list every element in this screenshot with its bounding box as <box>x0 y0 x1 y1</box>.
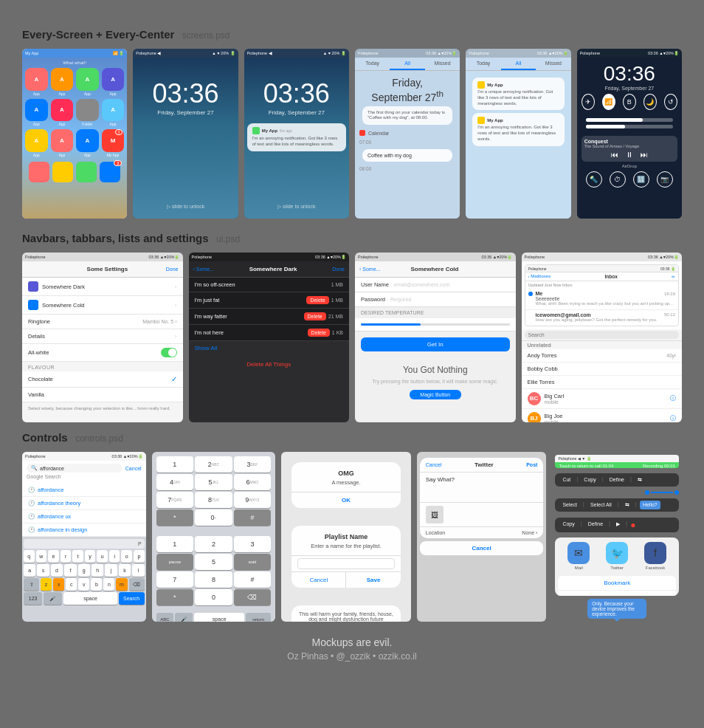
camera-btn[interactable]: 📷 <box>657 171 673 188</box>
share-mail-icon[interactable]: ✉ <box>567 542 590 564</box>
suggest-4[interactable]: 🕐affordance in design <box>22 523 146 537</box>
pin-key-star2[interactable]: * <box>156 589 194 605</box>
nc-tab-missed[interactable]: Missed <box>425 58 460 70</box>
playlist-save-btn[interactable]: Save <box>345 572 400 588</box>
password-field[interactable]: Password Required <box>355 292 516 307</box>
pin-key-7[interactable]: 7 <box>156 571 194 588</box>
key-search[interactable]: Search <box>119 592 145 605</box>
settings-item-chocolate[interactable]: Chocolate ✓ <box>22 371 183 388</box>
key-f[interactable]: f <box>64 564 76 577</box>
nc-tab-today[interactable]: Today <box>355 58 390 70</box>
wifi-btn[interactable]: 📶 <box>602 94 615 110</box>
notif-card-1[interactable]: My App I'm a unique annoying notificatio… <box>472 78 564 110</box>
num-key-hash[interactable]: # <box>234 509 272 526</box>
allwhite-switch[interactable] <box>161 348 177 357</box>
pin-key-1[interactable]: 1 <box>156 536 194 552</box>
share-twitter-icon[interactable]: 🐦 <box>606 542 628 564</box>
app-icon[interactable]: A <box>102 68 125 91</box>
share-facebook-icon[interactable]: f <box>644 542 666 564</box>
app-icon[interactable]: A <box>51 129 74 152</box>
bkey-space[interactable]: space <box>194 613 244 622</box>
dark-item-3[interactable]: I'm way fatter Delete 21 MB <box>189 309 350 325</box>
twitter-post-btn[interactable]: Post <box>526 462 537 467</box>
copy-btn[interactable]: Copy <box>581 475 598 484</box>
record-dot[interactable]: ● <box>630 520 635 530</box>
calculator-btn[interactable]: 🔢 <box>633 171 649 188</box>
recording-touch[interactable]: Touch to return to call 01:04 <box>559 464 613 468</box>
next-btn[interactable]: ⏭ <box>641 151 648 159</box>
settings-item-somewhere-cold[interactable]: Somewhere Cold › <box>22 296 183 315</box>
key-space[interactable]: space <box>63 592 117 605</box>
key-b[interactable]: b <box>91 578 102 591</box>
multi-tab-all[interactable]: All <box>501 58 536 70</box>
notification-card[interactable]: My App 6m ago I'm an annoying notificati… <box>247 123 346 151</box>
num-key-0[interactable]: 0+ <box>195 509 232 526</box>
pin-key-3[interactable]: 3 <box>234 536 272 552</box>
key-g[interactable]: g <box>78 564 90 577</box>
info-icon-big-joe[interactable]: ⓘ <box>670 414 676 422</box>
app-icon[interactable]: A <box>76 129 99 152</box>
num-key-7[interactable]: 7PQRS <box>156 492 194 508</box>
contact-bobby[interactable]: Bobby Cobb <box>522 363 683 376</box>
key-123[interactable]: 123 <box>24 592 42 605</box>
dock-icon[interactable]: 2 <box>100 162 120 182</box>
bkey-abc[interactable]: ABC <box>156 613 174 622</box>
multi-tab-missed[interactable]: Missed <box>536 58 570 70</box>
pin-key-wait[interactable]: wait <box>234 554 272 570</box>
sub-compose[interactable]: ✏ <box>672 274 675 279</box>
rotation-btn[interactable]: ↺ <box>664 94 677 110</box>
app-icon[interactable]: A <box>76 68 99 91</box>
pin-key-8[interactable]: 8 <box>195 571 232 588</box>
location-value[interactable]: None › <box>522 530 537 535</box>
key-p[interactable]: p <box>134 550 145 563</box>
pin-key-delete[interactable]: ⌫ <box>234 589 272 605</box>
timer-btn[interactable]: ⏱ <box>610 171 626 188</box>
bkey-mic[interactable]: 🎤 <box>175 613 193 622</box>
key-k[interactable]: k <box>119 564 131 577</box>
define-btn[interactable]: Define <box>607 475 627 484</box>
num-key-4[interactable]: 4GHI <box>156 474 194 490</box>
social-cancel-btn[interactable]: Cancel <box>420 541 544 555</box>
key-x[interactable]: x <box>53 578 64 591</box>
playlist-cancel-btn[interactable]: Cancel <box>291 572 345 588</box>
ccd-arrow-2[interactable]: ⇆ <box>622 501 632 509</box>
contact-big-joe[interactable]: BJ Big Joe mobile ⓘ <box>522 409 683 422</box>
bkey-return[interactable]: return <box>246 613 271 622</box>
flashlight-btn[interactable]: 🔦 <box>586 171 602 188</box>
key-q[interactable]: q <box>24 550 35 563</box>
playlist-input[interactable] <box>297 558 395 569</box>
notif-card-2[interactable]: My App I'm an annoying notification. Got… <box>472 113 564 145</box>
twitter-textarea[interactable]: Say What? <box>420 473 544 502</box>
search-bar[interactable]: 🔍 affordance <box>27 464 122 473</box>
dock-icon[interactable] <box>29 162 49 182</box>
contact-big-carl[interactable]: BC Big Carl mobile ⓘ <box>522 389 683 409</box>
key-m[interactable]: m <box>116 578 127 591</box>
settings-item-ringtone[interactable]: Ringtone Mambo No. 5 › <box>22 315 183 329</box>
num-key-asterisk[interactable]: * <box>156 509 194 526</box>
get-in-btn[interactable]: Get In <box>361 337 510 351</box>
dark-item-2[interactable]: I'm just fat Delete 1 MB <box>189 292 350 309</box>
key-d[interactable]: d <box>51 564 63 577</box>
mail-item-2[interactable]: icewomen@gmail.com 50:12 How are you agi… <box>525 310 679 326</box>
delete-btn-3[interactable]: Delete <box>304 312 326 320</box>
back-btn-s2[interactable]: ‹ Some... <box>193 267 214 272</box>
copy-btn-2[interactable]: Copy <box>559 520 577 530</box>
back-btn-login[interactable]: ‹ Some... <box>359 267 380 272</box>
key-delete[interactable]: ⌫ <box>129 578 145 591</box>
brightness-slider[interactable] <box>586 118 673 122</box>
sub-mail-back[interactable]: ‹ Mailboxes <box>528 274 551 279</box>
cancel-btn-kb[interactable]: Cancel <box>125 466 142 471</box>
key-l[interactable]: l <box>132 564 144 577</box>
pin-key-5[interactable]: 5 <box>195 554 232 570</box>
select-btn[interactable]: Select <box>559 501 579 509</box>
num-key-9[interactable]: 9WXYZ <box>234 492 272 508</box>
key-h[interactable]: h <box>92 564 103 577</box>
pin-key-2[interactable]: 2 <box>195 536 232 552</box>
settings-item-somewhere-dark[interactable]: Somewhere Dark › <box>22 278 183 296</box>
dark-item-4[interactable]: I'm not here Delete 1 KB <box>189 325 350 341</box>
app-icon[interactable]: A <box>51 68 74 91</box>
key-mic[interactable]: 🎤 <box>44 592 62 605</box>
ccd-arrow[interactable]: ⇆ <box>635 475 645 484</box>
slide-to-unlock-2[interactable]: ▷ slide to unlock <box>244 204 349 210</box>
num-key-2[interactable]: 2ABC <box>195 456 232 473</box>
